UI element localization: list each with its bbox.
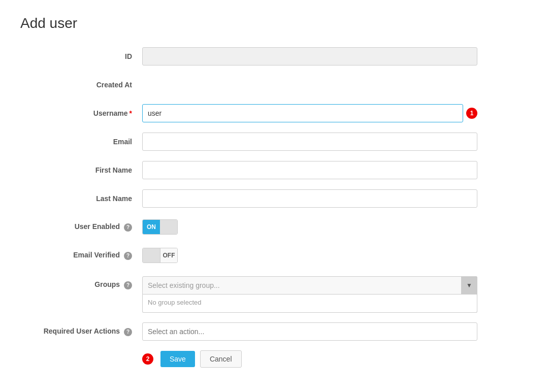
cancel-button[interactable]: Cancel: [200, 350, 242, 368]
no-group-selected-text: No group selected: [142, 295, 477, 313]
required-actions-help-icon[interactable]: ?: [124, 328, 132, 336]
groups-select[interactable]: Select existing group...: [142, 276, 477, 295]
username-field: 1: [142, 104, 477, 122]
created-at-label: Created At: [20, 81, 142, 89]
user-enabled-off-side: [160, 220, 177, 234]
first-name-field: [142, 161, 477, 179]
user-enabled-toggle-field: ON: [142, 219, 477, 235]
user-enabled-row: User Enabled ? ON: [20, 217, 477, 237]
first-name-input[interactable]: [142, 161, 477, 179]
email-label: Email: [20, 138, 142, 146]
required-marker: *: [129, 109, 132, 117]
last-name-row: Last Name: [20, 189, 477, 208]
last-name-label: Last Name: [20, 194, 142, 203]
required-actions-field: [142, 322, 477, 341]
required-actions-row: Required User Actions ?: [20, 322, 477, 341]
form-buttons: 2 Save Cancel: [20, 350, 477, 368]
email-verified-blank-side: [143, 248, 160, 263]
page-title: Add user: [20, 15, 532, 31]
id-field: [142, 47, 477, 66]
id-input[interactable]: [142, 47, 477, 66]
groups-row: Groups ? Select existing group... ▼ No g…: [20, 274, 477, 313]
email-field-container: [142, 133, 477, 151]
add-user-form: ID Created At Username* 1 Email First Na: [20, 47, 477, 368]
username-row: Username* 1: [20, 104, 477, 123]
id-row: ID: [20, 47, 477, 66]
email-verified-off-label: OFF: [160, 248, 177, 263]
email-verified-row: Email Verified ? OFF: [20, 246, 477, 265]
email-verified-toggle[interactable]: OFF: [142, 248, 178, 263]
required-actions-input[interactable]: [142, 322, 477, 341]
email-verified-label: Email Verified ?: [20, 251, 142, 260]
last-name-input[interactable]: [142, 189, 477, 208]
groups-label: Groups ?: [20, 276, 142, 289]
created-at-row: Created At: [20, 75, 477, 94]
user-enabled-toggle[interactable]: ON: [142, 219, 178, 235]
username-input-wrapper: 1: [142, 104, 477, 122]
last-name-field: [142, 189, 477, 208]
user-enabled-help-icon[interactable]: ?: [124, 223, 132, 232]
email-input[interactable]: [142, 133, 477, 151]
required-actions-label: Required User Actions ?: [20, 327, 142, 336]
id-label: ID: [20, 52, 142, 60]
username-label: Username*: [20, 109, 142, 117]
annotation-badge-2: 2: [142, 353, 153, 365]
save-button[interactable]: Save: [160, 351, 195, 367]
groups-help-icon[interactable]: ?: [124, 281, 132, 289]
groups-select-wrapper: Select existing group... ▼: [142, 276, 477, 295]
user-enabled-label: User Enabled ?: [20, 222, 142, 232]
username-input[interactable]: [142, 104, 463, 122]
groups-field: Select existing group... ▼ No group sele…: [142, 276, 477, 313]
user-enabled-on-label: ON: [143, 220, 160, 234]
first-name-row: First Name: [20, 160, 477, 180]
first-name-label: First Name: [20, 166, 142, 174]
email-row: Email: [20, 132, 477, 151]
email-verified-help-icon[interactable]: ?: [124, 252, 132, 260]
annotation-badge-1: 1: [466, 108, 477, 119]
email-verified-toggle-field: OFF: [142, 248, 477, 263]
